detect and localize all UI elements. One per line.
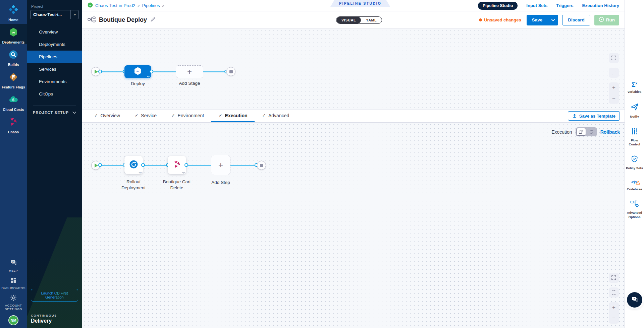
tool-flow-control[interactable]: Flow Control xyxy=(625,128,644,147)
pipeline-title: Boutique Deploy xyxy=(99,16,147,23)
connector-port[interactable] xyxy=(184,163,188,167)
code-view-tag[interactable]: </> xyxy=(139,172,142,174)
stop-square-icon xyxy=(260,164,263,167)
warning-triangle-icon: ! xyxy=(636,180,640,186)
launch-cd-first-gen-button[interactable]: Launch CD First Generation xyxy=(31,289,78,302)
execution-end-node[interactable] xyxy=(257,161,266,170)
sidebar-item-gitops[interactable]: GitOps xyxy=(27,88,82,100)
toggle-visual[interactable]: VISUAL xyxy=(336,17,361,23)
stage-graph-canvas[interactable]: ∞ </> Deploy + Add Stage + − xyxy=(82,29,625,109)
check-icon: ✓ xyxy=(135,113,138,118)
add-stage-label: Add Stage xyxy=(173,80,206,86)
tool-policy-sets[interactable]: Policy Sets xyxy=(625,155,644,170)
unsaved-label: Unsaved changes xyxy=(484,17,521,22)
discard-button[interactable]: Discard xyxy=(562,15,590,25)
rollback-link[interactable]: Rollback xyxy=(600,129,620,135)
zoom-controls: + − xyxy=(609,82,619,104)
sidebar-item-pipelines[interactable]: Pipelines xyxy=(27,51,82,63)
tool-advanced-options[interactable]: Advanced Options xyxy=(625,200,644,219)
connector-port[interactable] xyxy=(141,163,145,167)
sidebar-item-deployments[interactable]: Deployments xyxy=(27,38,82,51)
user-avatar[interactable]: NM xyxy=(8,315,18,325)
fullscreen-button[interactable] xyxy=(609,53,619,63)
save-button[interactable]: Save xyxy=(527,15,558,25)
code-view-tag[interactable]: </> xyxy=(182,172,185,174)
reset-selection-button[interactable] xyxy=(609,68,619,78)
tab-advanced[interactable]: ✓ Advanced xyxy=(255,110,297,122)
stage-canvas-controls: + − xyxy=(609,53,619,104)
step-node-rollout-deployment[interactable]: </> xyxy=(124,156,143,174)
project-selector[interactable]: Chaos-Test-i... » xyxy=(30,10,79,19)
save-label[interactable]: Save xyxy=(527,15,548,25)
tab-input-sets[interactable]: Input Sets xyxy=(526,3,547,8)
nav-item-chaos[interactable]: Chaos xyxy=(0,114,27,134)
tab-execution[interactable]: ✓ Execution xyxy=(211,110,255,122)
execution-view-segment[interactable] xyxy=(576,128,586,136)
step-node-boutique-cart-delete[interactable]: </> xyxy=(168,156,186,174)
unsaved-dot-icon xyxy=(479,18,482,21)
pipeline-end-node[interactable] xyxy=(226,67,235,76)
connector-port[interactable] xyxy=(98,163,102,167)
double-chevron-icon[interactable]: » xyxy=(70,10,78,19)
sidebar-item-services[interactable]: Services xyxy=(27,63,82,75)
deployments-icon: ∞ xyxy=(8,27,18,39)
connector-port[interactable] xyxy=(150,70,153,73)
fullscreen-button[interactable] xyxy=(609,273,619,283)
tool-label: Flow Control xyxy=(625,138,644,147)
tab-label: Overview xyxy=(100,113,120,118)
rollback-view-segment[interactable] xyxy=(587,128,596,136)
toggle-yaml[interactable]: YAML xyxy=(361,17,382,23)
plus-icon: + xyxy=(187,68,192,76)
connector-port[interactable] xyxy=(98,70,102,73)
project-setup-toggle[interactable]: PROJECT SETUP xyxy=(30,111,79,115)
home-icon xyxy=(8,5,18,16)
tab-triggers[interactable]: Triggers xyxy=(556,3,573,8)
nav-item-home[interactable]: Home xyxy=(0,1,27,22)
zoom-out-button[interactable]: − xyxy=(609,313,619,324)
tool-notify[interactable]: Notify xyxy=(625,103,644,119)
nav-item-help[interactable]: ? HELP xyxy=(9,259,18,273)
zoom-in-button[interactable]: + xyxy=(609,82,619,93)
project-selector-value: Chaos-Test-i... xyxy=(33,12,70,17)
breadcrumb-separator: > xyxy=(162,4,164,8)
sidebar-item-overview[interactable]: Overview xyxy=(27,26,82,38)
add-stage-button[interactable]: + xyxy=(176,65,203,78)
breadcrumb-project-link[interactable]: Chaos-Test-in-Prod2 xyxy=(95,3,135,8)
sidebar-item-environments[interactable]: Environments xyxy=(27,75,82,88)
nav-item-builds[interactable]: Builds xyxy=(0,46,27,67)
stage-node-deploy[interactable]: ∞ </> xyxy=(124,65,151,78)
code-view-tag[interactable]: </> xyxy=(147,75,150,78)
save-options-chevron-icon[interactable] xyxy=(548,15,558,25)
run-button: Run xyxy=(594,15,619,25)
add-step-button[interactable]: + xyxy=(211,155,230,175)
breadcrumb-separator: > xyxy=(138,4,140,8)
svg-text:∞: ∞ xyxy=(89,3,91,7)
nav-item-feature-flags[interactable]: Feature Flags xyxy=(0,69,27,89)
tool-codebase[interactable]: </>! Codebase xyxy=(625,179,644,192)
tab-service[interactable]: ✓ Service xyxy=(127,110,164,122)
tab-pipeline-studio[interactable]: Pipeline Studio xyxy=(478,2,518,10)
help-chat-fab[interactable]: ? xyxy=(627,292,642,308)
zoom-in-button[interactable]: + xyxy=(609,302,619,313)
run-label: Run xyxy=(606,17,615,22)
breadcrumb-pipelines-link[interactable]: Pipelines xyxy=(142,3,160,8)
save-as-template-button[interactable]: Save as Template xyxy=(568,111,620,121)
tab-execution-history[interactable]: Execution History xyxy=(582,3,619,8)
nav-item-account-settings[interactable]: ACCOUNT SETTINGS xyxy=(2,294,25,311)
pipeline-studio-app: Home ∞ Deployments Builds Feature Flags xyxy=(0,0,644,328)
tab-overview[interactable]: ✓ Overview xyxy=(87,110,127,122)
nav-item-dashboards[interactable]: DASHBOARDS xyxy=(1,277,25,290)
svg-text:?: ? xyxy=(633,297,635,300)
header-actions: Unsaved changes Save Discard Run xyxy=(479,15,619,25)
tool-variables[interactable]: Σx Variables xyxy=(625,81,644,94)
run-play-icon xyxy=(599,17,604,23)
edit-pencil-icon[interactable] xyxy=(150,17,156,23)
zoom-out-button[interactable]: − xyxy=(609,93,619,104)
reset-selection-button[interactable] xyxy=(609,287,619,298)
nav-item-deployments[interactable]: ∞ Deployments xyxy=(0,24,27,44)
execution-graph-canvas[interactable]: Execution Rollback </> Rollout Deploymen… xyxy=(82,123,625,328)
nav-item-cloud-costs[interactable]: $ Cloud Costs xyxy=(0,91,27,112)
chaos-experiment-icon xyxy=(173,160,181,170)
variables-icon: Σx xyxy=(632,81,637,88)
tab-environment[interactable]: ✓ Environment xyxy=(164,110,211,122)
